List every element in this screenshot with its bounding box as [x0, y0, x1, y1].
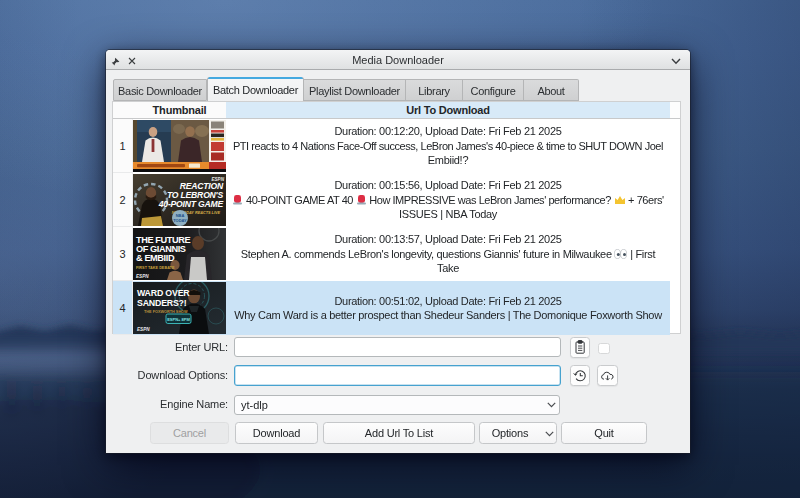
svg-text:FIRST TAKE DEBATE: FIRST TAKE DEBATE — [136, 266, 175, 270]
svg-text:WARD OVER: WARD OVER — [137, 288, 190, 298]
svg-text:SANDERS?!: SANDERS?! — [137, 298, 187, 308]
svg-text:ESPN: ESPN — [137, 327, 150, 332]
svg-text:ESPN: ESPN — [136, 274, 149, 279]
svg-text:THE FOXWORTH SHOW: THE FOXWORTH SHOW — [144, 310, 188, 314]
svg-text:40-POINT GAME: 40-POINT GAME — [158, 199, 224, 209]
svg-text:ESPN: ESPN — [211, 177, 224, 182]
svg-text:ESPN+ 8PM: ESPN+ 8PM — [167, 317, 190, 322]
svg-text:& EMBIID: & EMBIID — [136, 253, 175, 263]
svg-text:TODAY: TODAY — [173, 218, 187, 223]
